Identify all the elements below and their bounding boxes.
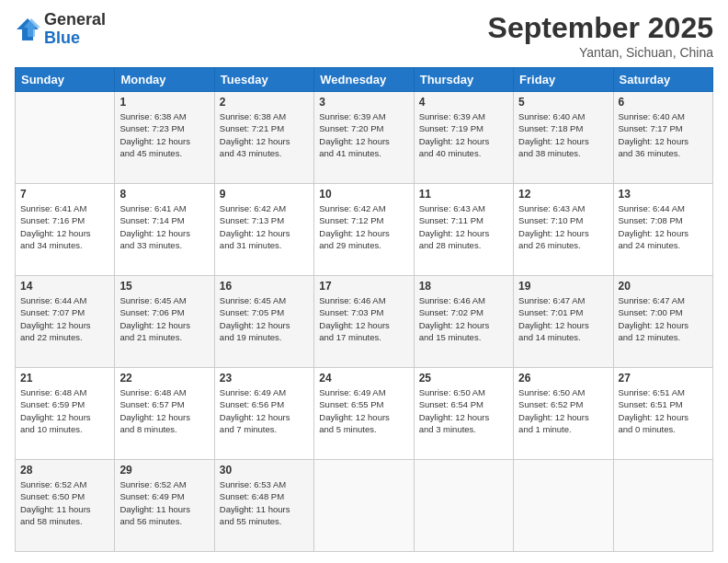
day-info: Sunrise: 6:44 AMSunset: 7:07 PMDaylight:… — [20, 294, 109, 343]
calendar-cell: 9Sunrise: 6:42 AMSunset: 7:13 PMDaylight… — [214, 184, 313, 276]
day-number: 11 — [419, 188, 508, 201]
day-number: 1 — [119, 96, 209, 109]
calendar-cell: 10Sunrise: 6:42 AMSunset: 7:12 PMDayligh… — [314, 184, 414, 276]
calendar-cell: 11Sunrise: 6:43 AMSunset: 7:11 PMDayligh… — [414, 184, 513, 276]
calendar-week-row: 14Sunrise: 6:44 AMSunset: 7:07 PMDayligh… — [16, 276, 713, 368]
day-info: Sunrise: 6:48 AMSunset: 6:59 PMDaylight:… — [20, 386, 109, 435]
calendar-cell: 7Sunrise: 6:41 AMSunset: 7:16 PMDaylight… — [16, 184, 115, 276]
day-number: 22 — [119, 372, 209, 385]
calendar-cell: 27Sunrise: 6:51 AMSunset: 6:51 PMDayligh… — [613, 368, 712, 460]
day-number: 16 — [220, 280, 309, 293]
calendar-cell: 30Sunrise: 6:53 AMSunset: 6:48 PMDayligh… — [214, 460, 313, 552]
day-number: 15 — [119, 280, 209, 293]
day-info: Sunrise: 6:42 AMSunset: 7:12 PMDaylight:… — [319, 202, 408, 251]
day-number: 24 — [319, 372, 408, 385]
calendar-cell — [613, 460, 712, 552]
logo-text: General Blue — [44, 11, 106, 48]
calendar-cell: 22Sunrise: 6:48 AMSunset: 6:57 PMDayligh… — [115, 368, 214, 460]
day-number: 27 — [619, 372, 708, 385]
day-number: 9 — [220, 188, 309, 201]
day-number: 2 — [220, 96, 309, 109]
day-info: Sunrise: 6:45 AMSunset: 7:05 PMDaylight:… — [220, 294, 309, 343]
calendar-cell: 21Sunrise: 6:48 AMSunset: 6:59 PMDayligh… — [16, 368, 115, 460]
calendar-cell: 8Sunrise: 6:41 AMSunset: 7:14 PMDaylight… — [115, 184, 214, 276]
calendar-cell: 14Sunrise: 6:44 AMSunset: 7:07 PMDayligh… — [16, 276, 115, 368]
calendar-table: Sunday Monday Tuesday Wednesday Thursday… — [15, 67, 713, 552]
calendar-cell: 17Sunrise: 6:46 AMSunset: 7:03 PMDayligh… — [314, 276, 414, 368]
day-number: 17 — [319, 280, 408, 293]
calendar-cell: 26Sunrise: 6:50 AMSunset: 6:52 PMDayligh… — [514, 368, 613, 460]
day-number: 13 — [619, 188, 708, 201]
calendar-cell: 3Sunrise: 6:39 AMSunset: 7:20 PMDaylight… — [314, 92, 414, 184]
calendar-week-row: 7Sunrise: 6:41 AMSunset: 7:16 PMDaylight… — [16, 184, 713, 276]
day-number: 8 — [119, 188, 209, 201]
col-saturday: Saturday — [613, 68, 712, 92]
calendar-cell: 2Sunrise: 6:38 AMSunset: 7:21 PMDaylight… — [214, 92, 313, 184]
calendar-week-row: 28Sunrise: 6:52 AMSunset: 6:50 PMDayligh… — [16, 460, 713, 552]
day-info: Sunrise: 6:41 AMSunset: 7:16 PMDaylight:… — [20, 202, 109, 251]
month-title: September 2025 — [488, 11, 713, 45]
calendar-cell: 29Sunrise: 6:52 AMSunset: 6:49 PMDayligh… — [115, 460, 214, 552]
day-info: Sunrise: 6:43 AMSunset: 7:10 PMDaylight:… — [518, 202, 608, 251]
day-number: 7 — [20, 188, 109, 201]
location: Yantan, Sichuan, China — [488, 45, 713, 60]
day-info: Sunrise: 6:46 AMSunset: 7:03 PMDaylight:… — [319, 294, 408, 343]
calendar-body: 1Sunrise: 6:38 AMSunset: 7:23 PMDaylight… — [16, 92, 713, 552]
calendar-cell: 20Sunrise: 6:47 AMSunset: 7:00 PMDayligh… — [613, 276, 712, 368]
day-number: 21 — [20, 372, 109, 385]
day-info: Sunrise: 6:49 AMSunset: 6:56 PMDaylight:… — [220, 386, 309, 435]
day-number: 5 — [518, 96, 608, 109]
calendar-week-row: 21Sunrise: 6:48 AMSunset: 6:59 PMDayligh… — [16, 368, 713, 460]
calendar-cell: 15Sunrise: 6:45 AMSunset: 7:06 PMDayligh… — [115, 276, 214, 368]
col-tuesday: Tuesday — [214, 68, 313, 92]
day-info: Sunrise: 6:47 AMSunset: 7:01 PMDaylight:… — [518, 294, 608, 343]
calendar-cell — [414, 460, 513, 552]
day-info: Sunrise: 6:44 AMSunset: 7:08 PMDaylight:… — [619, 202, 708, 251]
day-number: 6 — [619, 96, 708, 109]
calendar-cell — [16, 92, 115, 184]
day-number: 4 — [419, 96, 508, 109]
calendar-cell: 28Sunrise: 6:52 AMSunset: 6:50 PMDayligh… — [16, 460, 115, 552]
logo: General Blue — [15, 11, 106, 48]
day-info: Sunrise: 6:48 AMSunset: 6:57 PMDaylight:… — [119, 386, 209, 435]
calendar-cell: 19Sunrise: 6:47 AMSunset: 7:01 PMDayligh… — [514, 276, 613, 368]
header-row: Sunday Monday Tuesday Wednesday Thursday… — [16, 68, 713, 92]
col-thursday: Thursday — [414, 68, 513, 92]
logo-icon — [15, 17, 40, 42]
calendar-cell: 25Sunrise: 6:50 AMSunset: 6:54 PMDayligh… — [414, 368, 513, 460]
day-number: 25 — [419, 372, 508, 385]
col-monday: Monday — [115, 68, 214, 92]
day-info: Sunrise: 6:50 AMSunset: 6:54 PMDaylight:… — [419, 386, 508, 435]
calendar-cell: 13Sunrise: 6:44 AMSunset: 7:08 PMDayligh… — [613, 184, 712, 276]
title-block: September 2025 Yantan, Sichuan, China — [488, 11, 713, 60]
calendar-cell: 24Sunrise: 6:49 AMSunset: 6:55 PMDayligh… — [314, 368, 414, 460]
col-friday: Friday — [514, 68, 613, 92]
calendar-cell: 6Sunrise: 6:40 AMSunset: 7:17 PMDaylight… — [613, 92, 712, 184]
day-number: 3 — [319, 96, 408, 109]
day-info: Sunrise: 6:49 AMSunset: 6:55 PMDaylight:… — [319, 386, 408, 435]
day-info: Sunrise: 6:40 AMSunset: 7:18 PMDaylight:… — [518, 110, 608, 159]
day-number: 10 — [319, 188, 408, 201]
calendar-cell: 12Sunrise: 6:43 AMSunset: 7:10 PMDayligh… — [514, 184, 613, 276]
day-info: Sunrise: 6:43 AMSunset: 7:11 PMDaylight:… — [419, 202, 508, 251]
day-number: 26 — [518, 372, 608, 385]
day-info: Sunrise: 6:52 AMSunset: 6:50 PMDaylight:… — [20, 478, 109, 527]
day-info: Sunrise: 6:42 AMSunset: 7:13 PMDaylight:… — [220, 202, 309, 251]
day-info: Sunrise: 6:39 AMSunset: 7:19 PMDaylight:… — [419, 110, 508, 159]
col-wednesday: Wednesday — [314, 68, 414, 92]
day-info: Sunrise: 6:45 AMSunset: 7:06 PMDaylight:… — [119, 294, 209, 343]
day-number: 23 — [220, 372, 309, 385]
day-number: 19 — [518, 280, 608, 293]
header: General Blue September 2025 Yantan, Sich… — [15, 11, 713, 60]
calendar-cell: 18Sunrise: 6:46 AMSunset: 7:02 PMDayligh… — [414, 276, 513, 368]
col-sunday: Sunday — [16, 68, 115, 92]
logo-general-text: General — [44, 11, 106, 29]
day-number: 30 — [220, 464, 309, 477]
calendar-week-row: 1Sunrise: 6:38 AMSunset: 7:23 PMDaylight… — [16, 92, 713, 184]
day-info: Sunrise: 6:38 AMSunset: 7:21 PMDaylight:… — [220, 110, 309, 159]
day-info: Sunrise: 6:47 AMSunset: 7:00 PMDaylight:… — [619, 294, 708, 343]
logo-blue-text: Blue — [44, 29, 106, 48]
calendar-cell: 16Sunrise: 6:45 AMSunset: 7:05 PMDayligh… — [214, 276, 313, 368]
calendar-cell: 1Sunrise: 6:38 AMSunset: 7:23 PMDaylight… — [115, 92, 214, 184]
day-info: Sunrise: 6:51 AMSunset: 6:51 PMDaylight:… — [619, 386, 708, 435]
